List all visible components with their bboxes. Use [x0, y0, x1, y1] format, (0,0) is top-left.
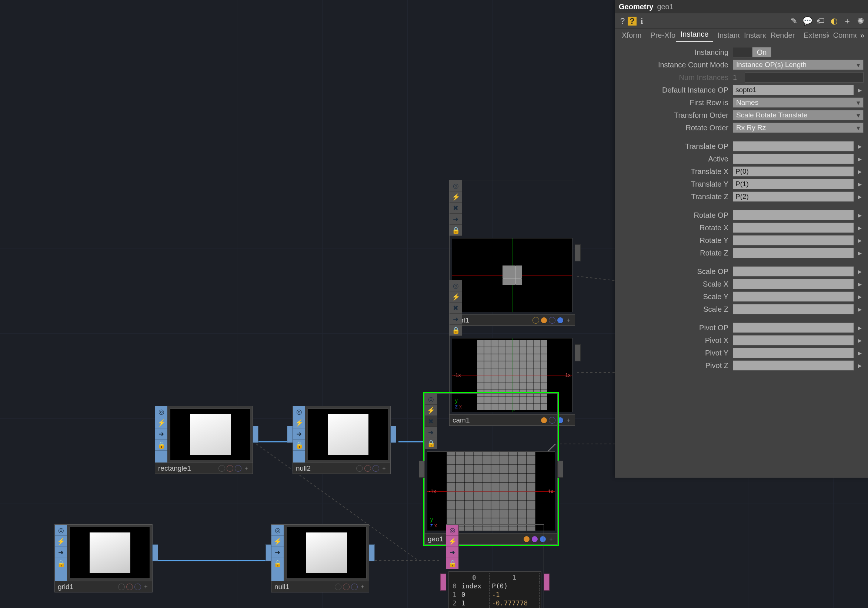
x-icon[interactable]: ✖	[450, 203, 462, 214]
picker-icon[interactable]: ▸	[856, 323, 863, 333]
xform-order-dropdown[interactable]: Scale Rotate Translate	[733, 110, 863, 120]
tab-render[interactable]: Render	[766, 29, 800, 42]
pivot-z-input[interactable]	[733, 360, 854, 371]
picker-icon[interactable]: ▸	[856, 279, 863, 289]
active-input[interactable]	[733, 154, 854, 164]
translate-y-input[interactable]	[733, 179, 854, 189]
target-icon[interactable]: ◎	[155, 406, 167, 417]
picker-icon[interactable]: ▸	[856, 266, 863, 277]
arrow-icon[interactable]: ➜	[450, 313, 462, 325]
tabs-more-icon[interactable]: »	[857, 29, 868, 42]
picker-icon[interactable]: ▸	[856, 248, 863, 258]
node-null2[interactable]: ◎ ⚡ ➜ 🔒 null2 +	[293, 406, 391, 474]
scale-z-input[interactable]	[733, 304, 854, 314]
output-connector[interactable]	[544, 574, 550, 591]
output-connector[interactable]	[557, 461, 563, 478]
picker-icon[interactable]: ▸	[856, 360, 863, 371]
tab-prexform[interactable]: Pre-Xform	[646, 29, 676, 42]
arrow-icon[interactable]: ➜	[55, 547, 67, 558]
scale-x-input[interactable]	[733, 279, 854, 289]
bolt-icon[interactable]: ⚡	[446, 536, 459, 547]
picker-icon[interactable]: ▸	[856, 292, 863, 302]
node-rectangle1[interactable]: ◎ ⚡ ➜ 🔒 rectangle1 +	[155, 406, 253, 474]
num-instances-slider[interactable]	[745, 72, 863, 82]
op-picker-icon[interactable]: ▸	[856, 85, 863, 95]
bolt-icon[interactable]: ⚡	[450, 292, 462, 302]
node-grid1[interactable]: ◎ ⚡ ➜ 🔒 grid1 +	[54, 524, 153, 592]
plus-icon[interactable]: ＋	[842, 16, 852, 26]
pivot-y-input[interactable]	[733, 348, 854, 358]
flag[interactable]	[118, 583, 125, 590]
flag[interactable]	[235, 465, 242, 472]
translate-z-input[interactable]	[733, 191, 854, 202]
rotate-op-input[interactable]	[733, 210, 854, 220]
pivot-op-input[interactable]	[733, 323, 854, 333]
bolt-icon[interactable]: ⚡	[271, 536, 284, 547]
scale-y-input[interactable]	[733, 292, 854, 302]
picker-icon[interactable]: ▸	[856, 335, 863, 346]
flag[interactable]	[351, 583, 358, 590]
flag[interactable]	[343, 583, 350, 590]
tab-xform[interactable]: Xform	[617, 29, 646, 42]
lock-icon[interactable]: 🔒	[446, 558, 459, 569]
picker-icon[interactable]: ▸	[856, 179, 863, 189]
rotate-y-input[interactable]	[733, 235, 854, 245]
tag-icon[interactable]: 🏷	[815, 16, 826, 26]
node-null1[interactable]: ◎ ⚡ ➜ 🔒 null1 +	[271, 524, 369, 592]
picker-icon[interactable]: ▸	[856, 191, 863, 202]
plus-icon[interactable]: +	[381, 465, 388, 472]
picker-icon[interactable]: ▸	[856, 210, 863, 220]
output-connector[interactable]	[253, 426, 259, 443]
first-row-dropdown[interactable]: Names	[733, 98, 863, 108]
bolt-icon[interactable]: ⚡	[425, 405, 437, 416]
plus-icon[interactable]: +	[548, 536, 554, 543]
tab-common[interactable]: Common	[829, 29, 857, 42]
output-connector[interactable]	[152, 544, 158, 561]
input-connector[interactable]	[419, 461, 425, 478]
target-icon[interactable]: ◎	[271, 525, 284, 536]
help-box-icon[interactable]: ?	[628, 17, 637, 26]
scale-op-input[interactable]	[733, 266, 854, 277]
instancing-toggle[interactable]: On	[733, 47, 771, 57]
picker-icon[interactable]: ▸	[856, 166, 863, 177]
sun-icon[interactable]: ✺	[856, 16, 866, 26]
plus-icon[interactable]: +	[143, 583, 149, 590]
translate-op-input[interactable]	[733, 141, 854, 152]
pivot-x-input[interactable]	[733, 335, 854, 346]
tab-extension[interactable]: Extension	[799, 29, 828, 42]
picker-icon[interactable]: ▸	[856, 223, 863, 233]
flag[interactable]	[364, 465, 371, 472]
picker-icon[interactable]: ▸	[856, 235, 863, 245]
flag[interactable]	[372, 465, 379, 472]
flag[interactable]	[135, 583, 141, 590]
input-connector[interactable]	[265, 544, 271, 561]
tab-instance2[interactable]: Instance	[713, 29, 739, 42]
count-mode-dropdown[interactable]: Instance OP(s) Length	[733, 60, 863, 70]
lock-icon[interactable]: 🔒	[450, 225, 462, 236]
pencil-icon[interactable]: ✎	[789, 16, 799, 26]
arrow-icon[interactable]: ➜	[450, 214, 462, 225]
node-geo1[interactable]: ◎ ⚡ ✖ ➜ 🔒 -1x 1x for(let i=0;i<100;i++)d…	[425, 393, 558, 545]
output-connector[interactable]	[390, 426, 396, 443]
tab-instance[interactable]: Instance	[676, 29, 713, 42]
lock-icon[interactable]: 🔒	[293, 439, 305, 451]
plus-icon[interactable]: +	[243, 465, 250, 472]
arrow-icon[interactable]: ➜	[425, 427, 437, 438]
python-icon[interactable]: ◐	[829, 16, 839, 26]
lock-icon[interactable]: 🔒	[425, 438, 437, 449]
picker-icon[interactable]: ▸	[856, 141, 863, 152]
bolt-icon[interactable]: ⚡	[450, 191, 462, 203]
comment-icon[interactable]: 💬	[802, 16, 812, 26]
rotate-order-dropdown[interactable]: Rx Ry Rz	[733, 123, 863, 133]
bolt-icon[interactable]: ⚡	[155, 417, 167, 428]
target-icon[interactable]: ◎	[446, 525, 459, 536]
bolt-icon[interactable]: ⚡	[293, 417, 305, 428]
rotate-z-input[interactable]	[733, 248, 854, 258]
plus-icon[interactable]: +	[565, 417, 572, 423]
output-connector[interactable]	[575, 244, 581, 261]
translate-x-input[interactable]	[733, 166, 854, 177]
default-instance-op-input[interactable]	[733, 85, 854, 95]
input-connector[interactable]	[287, 426, 293, 443]
help-icon[interactable]: ?	[617, 16, 628, 26]
rotate-x-input[interactable]	[733, 223, 854, 233]
